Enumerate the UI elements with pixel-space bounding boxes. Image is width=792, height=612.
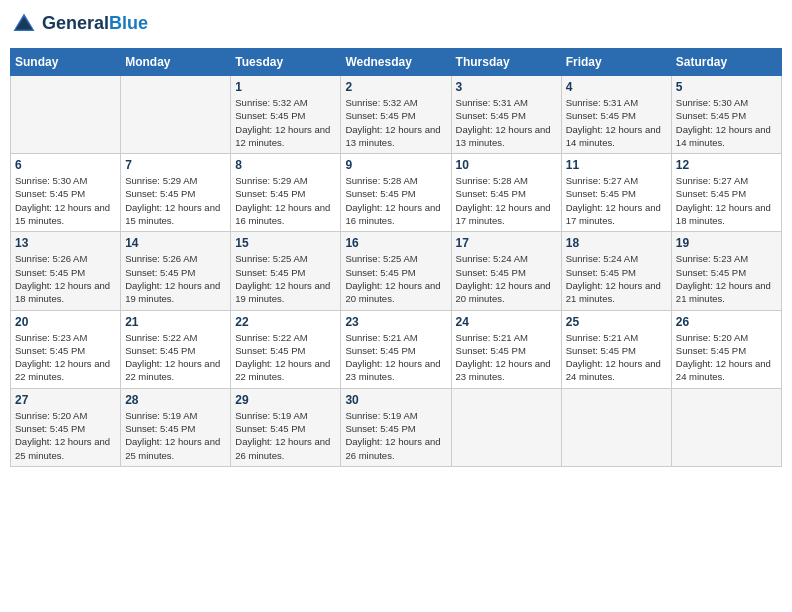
calendar-cell: 29Sunrise: 5:19 AMSunset: 5:45 PMDayligh… bbox=[231, 388, 341, 466]
calendar-cell bbox=[451, 388, 561, 466]
day-info: Sunrise: 5:20 AMSunset: 5:45 PMDaylight:… bbox=[676, 331, 777, 384]
day-number: 29 bbox=[235, 393, 336, 407]
calendar-cell: 22Sunrise: 5:22 AMSunset: 5:45 PMDayligh… bbox=[231, 310, 341, 388]
day-header-tuesday: Tuesday bbox=[231, 49, 341, 76]
calendar-cell: 19Sunrise: 5:23 AMSunset: 5:45 PMDayligh… bbox=[671, 232, 781, 310]
day-info: Sunrise: 5:28 AMSunset: 5:45 PMDaylight:… bbox=[345, 174, 446, 227]
day-info: Sunrise: 5:23 AMSunset: 5:45 PMDaylight:… bbox=[676, 252, 777, 305]
day-info: Sunrise: 5:21 AMSunset: 5:45 PMDaylight:… bbox=[456, 331, 557, 384]
day-number: 13 bbox=[15, 236, 116, 250]
calendar-week-5: 27Sunrise: 5:20 AMSunset: 5:45 PMDayligh… bbox=[11, 388, 782, 466]
day-number: 27 bbox=[15, 393, 116, 407]
calendar-cell: 27Sunrise: 5:20 AMSunset: 5:45 PMDayligh… bbox=[11, 388, 121, 466]
calendar-cell: 18Sunrise: 5:24 AMSunset: 5:45 PMDayligh… bbox=[561, 232, 671, 310]
day-info: Sunrise: 5:22 AMSunset: 5:45 PMDaylight:… bbox=[125, 331, 226, 384]
day-info: Sunrise: 5:21 AMSunset: 5:45 PMDaylight:… bbox=[345, 331, 446, 384]
day-number: 3 bbox=[456, 80, 557, 94]
day-info: Sunrise: 5:29 AMSunset: 5:45 PMDaylight:… bbox=[235, 174, 336, 227]
day-number: 9 bbox=[345, 158, 446, 172]
day-header-monday: Monday bbox=[121, 49, 231, 76]
day-number: 24 bbox=[456, 315, 557, 329]
calendar-cell: 17Sunrise: 5:24 AMSunset: 5:45 PMDayligh… bbox=[451, 232, 561, 310]
day-info: Sunrise: 5:31 AMSunset: 5:45 PMDaylight:… bbox=[456, 96, 557, 149]
day-header-sunday: Sunday bbox=[11, 49, 121, 76]
calendar-cell: 6Sunrise: 5:30 AMSunset: 5:45 PMDaylight… bbox=[11, 154, 121, 232]
day-info: Sunrise: 5:19 AMSunset: 5:45 PMDaylight:… bbox=[345, 409, 446, 462]
day-info: Sunrise: 5:32 AMSunset: 5:45 PMDaylight:… bbox=[345, 96, 446, 149]
day-number: 17 bbox=[456, 236, 557, 250]
day-header-friday: Friday bbox=[561, 49, 671, 76]
calendar-cell: 30Sunrise: 5:19 AMSunset: 5:45 PMDayligh… bbox=[341, 388, 451, 466]
day-number: 4 bbox=[566, 80, 667, 94]
calendar-cell: 7Sunrise: 5:29 AMSunset: 5:45 PMDaylight… bbox=[121, 154, 231, 232]
calendar-header-row: SundayMondayTuesdayWednesdayThursdayFrid… bbox=[11, 49, 782, 76]
logo-text: GeneralBlue bbox=[42, 14, 148, 34]
calendar-cell: 26Sunrise: 5:20 AMSunset: 5:45 PMDayligh… bbox=[671, 310, 781, 388]
day-number: 18 bbox=[566, 236, 667, 250]
day-number: 25 bbox=[566, 315, 667, 329]
calendar-cell: 24Sunrise: 5:21 AMSunset: 5:45 PMDayligh… bbox=[451, 310, 561, 388]
logo: GeneralBlue bbox=[10, 10, 148, 38]
day-number: 21 bbox=[125, 315, 226, 329]
calendar-cell bbox=[11, 76, 121, 154]
calendar-cell: 8Sunrise: 5:29 AMSunset: 5:45 PMDaylight… bbox=[231, 154, 341, 232]
logo-general: General bbox=[42, 13, 109, 33]
day-info: Sunrise: 5:20 AMSunset: 5:45 PMDaylight:… bbox=[15, 409, 116, 462]
day-number: 6 bbox=[15, 158, 116, 172]
day-header-wednesday: Wednesday bbox=[341, 49, 451, 76]
day-header-saturday: Saturday bbox=[671, 49, 781, 76]
day-number: 28 bbox=[125, 393, 226, 407]
calendar-table: SundayMondayTuesdayWednesdayThursdayFrid… bbox=[10, 48, 782, 467]
day-info: Sunrise: 5:23 AMSunset: 5:45 PMDaylight:… bbox=[15, 331, 116, 384]
day-info: Sunrise: 5:32 AMSunset: 5:45 PMDaylight:… bbox=[235, 96, 336, 149]
page: GeneralBlue SundayMondayTuesdayWednesday… bbox=[0, 0, 792, 612]
calendar-cell: 5Sunrise: 5:30 AMSunset: 5:45 PMDaylight… bbox=[671, 76, 781, 154]
day-info: Sunrise: 5:30 AMSunset: 5:45 PMDaylight:… bbox=[15, 174, 116, 227]
day-info: Sunrise: 5:27 AMSunset: 5:45 PMDaylight:… bbox=[566, 174, 667, 227]
calendar-week-3: 13Sunrise: 5:26 AMSunset: 5:45 PMDayligh… bbox=[11, 232, 782, 310]
day-number: 19 bbox=[676, 236, 777, 250]
calendar-cell bbox=[561, 388, 671, 466]
calendar-cell: 15Sunrise: 5:25 AMSunset: 5:45 PMDayligh… bbox=[231, 232, 341, 310]
calendar-cell: 25Sunrise: 5:21 AMSunset: 5:45 PMDayligh… bbox=[561, 310, 671, 388]
day-header-thursday: Thursday bbox=[451, 49, 561, 76]
day-number: 14 bbox=[125, 236, 226, 250]
day-info: Sunrise: 5:29 AMSunset: 5:45 PMDaylight:… bbox=[125, 174, 226, 227]
calendar-cell: 23Sunrise: 5:21 AMSunset: 5:45 PMDayligh… bbox=[341, 310, 451, 388]
calendar-cell: 2Sunrise: 5:32 AMSunset: 5:45 PMDaylight… bbox=[341, 76, 451, 154]
calendar-cell: 4Sunrise: 5:31 AMSunset: 5:45 PMDaylight… bbox=[561, 76, 671, 154]
calendar-cell: 13Sunrise: 5:26 AMSunset: 5:45 PMDayligh… bbox=[11, 232, 121, 310]
calendar-cell: 14Sunrise: 5:26 AMSunset: 5:45 PMDayligh… bbox=[121, 232, 231, 310]
day-number: 10 bbox=[456, 158, 557, 172]
day-info: Sunrise: 5:19 AMSunset: 5:45 PMDaylight:… bbox=[125, 409, 226, 462]
calendar-week-4: 20Sunrise: 5:23 AMSunset: 5:45 PMDayligh… bbox=[11, 310, 782, 388]
day-number: 8 bbox=[235, 158, 336, 172]
day-info: Sunrise: 5:30 AMSunset: 5:45 PMDaylight:… bbox=[676, 96, 777, 149]
calendar-cell: 28Sunrise: 5:19 AMSunset: 5:45 PMDayligh… bbox=[121, 388, 231, 466]
day-info: Sunrise: 5:19 AMSunset: 5:45 PMDaylight:… bbox=[235, 409, 336, 462]
header: GeneralBlue bbox=[10, 10, 782, 38]
day-info: Sunrise: 5:24 AMSunset: 5:45 PMDaylight:… bbox=[456, 252, 557, 305]
day-info: Sunrise: 5:31 AMSunset: 5:45 PMDaylight:… bbox=[566, 96, 667, 149]
calendar-cell bbox=[671, 388, 781, 466]
day-number: 16 bbox=[345, 236, 446, 250]
logo-icon bbox=[10, 10, 38, 38]
calendar-week-2: 6Sunrise: 5:30 AMSunset: 5:45 PMDaylight… bbox=[11, 154, 782, 232]
day-number: 1 bbox=[235, 80, 336, 94]
day-number: 20 bbox=[15, 315, 116, 329]
day-info: Sunrise: 5:25 AMSunset: 5:45 PMDaylight:… bbox=[235, 252, 336, 305]
day-info: Sunrise: 5:25 AMSunset: 5:45 PMDaylight:… bbox=[345, 252, 446, 305]
day-info: Sunrise: 5:24 AMSunset: 5:45 PMDaylight:… bbox=[566, 252, 667, 305]
calendar-cell: 9Sunrise: 5:28 AMSunset: 5:45 PMDaylight… bbox=[341, 154, 451, 232]
calendar-cell: 10Sunrise: 5:28 AMSunset: 5:45 PMDayligh… bbox=[451, 154, 561, 232]
calendar-cell: 16Sunrise: 5:25 AMSunset: 5:45 PMDayligh… bbox=[341, 232, 451, 310]
calendar-cell bbox=[121, 76, 231, 154]
day-number: 5 bbox=[676, 80, 777, 94]
day-info: Sunrise: 5:26 AMSunset: 5:45 PMDaylight:… bbox=[15, 252, 116, 305]
day-info: Sunrise: 5:27 AMSunset: 5:45 PMDaylight:… bbox=[676, 174, 777, 227]
calendar-cell: 11Sunrise: 5:27 AMSunset: 5:45 PMDayligh… bbox=[561, 154, 671, 232]
day-number: 7 bbox=[125, 158, 226, 172]
day-info: Sunrise: 5:22 AMSunset: 5:45 PMDaylight:… bbox=[235, 331, 336, 384]
calendar-cell: 21Sunrise: 5:22 AMSunset: 5:45 PMDayligh… bbox=[121, 310, 231, 388]
calendar-week-1: 1Sunrise: 5:32 AMSunset: 5:45 PMDaylight… bbox=[11, 76, 782, 154]
